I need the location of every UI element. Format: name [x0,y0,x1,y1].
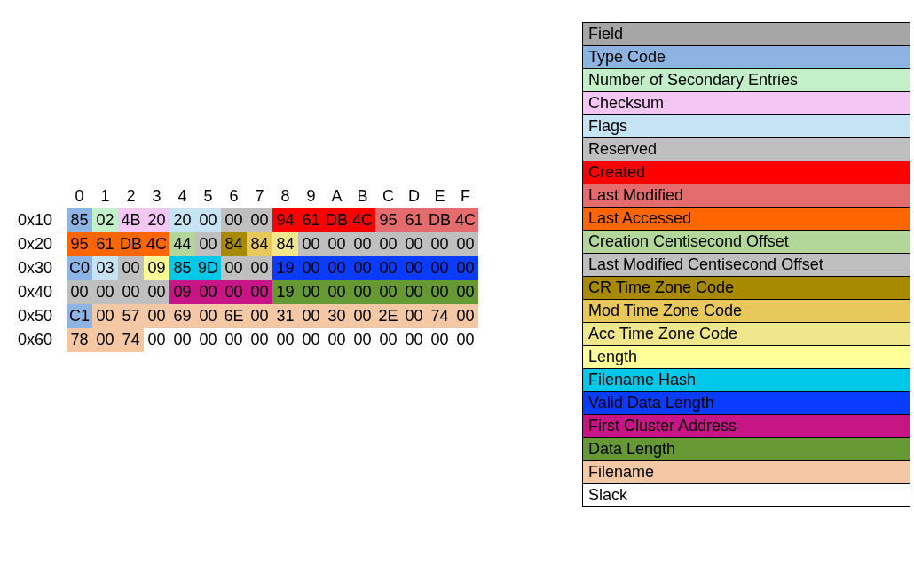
hex-row: 0x4000000000090000001900000000000000 [18,280,478,304]
hex-cell: 2E [375,304,401,328]
legend-row: Length [583,346,910,369]
hex-cell: 00 [375,232,401,256]
hex-col-header: 1 [92,184,118,208]
legend-row: Number of Secondary Entries [583,69,910,92]
hex-cell: 09 [169,280,195,304]
hex-cell: 00 [221,208,247,232]
hex-table: 0123456789ABCDEF0x1085024B20200000009461… [18,184,478,352]
hex-cell: 00 [453,304,478,328]
hex-cell: 00 [401,232,427,256]
hex-cell: 00 [401,304,427,328]
hex-col-header: C [375,184,401,208]
hex-row: 0x6078007400000000000000000000000000 [18,328,478,352]
hex-col-header: B [350,184,375,208]
hex-cell: 9D [195,256,221,280]
hex-cell: 00 [401,328,427,352]
hex-cell: C1 [67,304,92,328]
legend-label: Last Accessed [583,208,910,231]
legend-label: Slack [583,484,910,507]
hex-cell: 61 [92,232,118,256]
hex-cell: 61 [298,208,324,232]
legend-label: Filename Hash [583,369,910,392]
hex-cell: 00 [298,256,324,280]
hex-cell: 00 [453,280,478,304]
hex-cell: 84 [221,232,247,256]
hex-cell: 00 [144,328,169,352]
legend-label: Length [583,346,910,369]
legend-row: Data Length [583,438,910,461]
legend-label: Flags [583,115,910,138]
hex-cell: 00 [324,232,350,256]
hex-cell: 00 [427,328,453,352]
hex-cell: 00 [221,328,247,352]
hex-cell: 00 [401,280,427,304]
hex-cell: 00 [375,328,401,352]
hex-cell: 84 [247,232,272,256]
hex-cell: DB [427,208,453,232]
legend-label: Number of Secondary Entries [583,69,910,92]
hex-cell: 00 [272,328,298,352]
hex-col-header: 7 [247,184,272,208]
hex-col-header: 3 [144,184,169,208]
legend-row: Slack [583,484,910,507]
hex-cell: 30 [324,304,350,328]
legend-label: First Cluster Address [583,415,910,438]
legend-row: Last Accessed [583,208,910,231]
legend-label: Filename [583,461,910,484]
legend-label: Last Modified Centisecond Offset [583,254,910,277]
hex-col-header: 2 [118,184,144,208]
hex-cell: 00 [375,256,401,280]
hex-cell: 09 [144,256,169,280]
hex-cell: 00 [350,280,375,304]
hex-cell: 84 [272,232,298,256]
hex-row: 0x30C0030009859D00001900000000000000 [18,256,478,280]
hex-col-header: F [453,184,478,208]
hex-col-header: 8 [272,184,298,208]
hex-cell: 00 [375,280,401,304]
hex-cell: 00 [427,280,453,304]
hex-cell: 03 [92,256,118,280]
hex-col-header: E [427,184,453,208]
hex-cell: 85 [169,256,195,280]
hex-cell: 44 [169,232,195,256]
hex-cell: 57 [118,304,144,328]
hex-cell: 20 [144,208,169,232]
hex-row-label: 0x50 [18,304,67,328]
hex-cell: 00 [453,256,478,280]
hex-cell: 00 [247,256,272,280]
legend-label: Data Length [583,438,910,461]
legend-row: Created [583,161,910,184]
legend-row: Checksum [583,92,910,115]
hex-cell: 00 [350,232,375,256]
hex-cell: 00 [195,280,221,304]
hex-cell: 00 [324,328,350,352]
hex-cell: 00 [298,328,324,352]
hex-col-header-row: 0123456789ABCDEF [18,184,478,208]
legend-row: Last Modified Centisecond Offset [583,254,910,277]
hex-cell: 02 [92,208,118,232]
legend-row: Valid Data Length [583,392,910,415]
hex-row-label: 0x20 [18,232,67,256]
hex-cell: 00 [221,280,247,304]
hex-cell: 00 [118,280,144,304]
legend-row: First Cluster Address [583,415,910,438]
legend-row: Creation Centisecond Offset [583,231,910,254]
hex-cell: 69 [169,304,195,328]
hex-cell: DB [324,208,350,232]
legend-row: Last Modified [583,184,910,208]
legend-row: Filename [583,461,910,484]
hex-cell: 78 [67,328,92,352]
legend-label: Field [583,23,910,46]
hex-cell: 61 [401,208,427,232]
legend-row: CR Time Zone Code [583,277,910,300]
hex-cell: 95 [375,208,401,232]
hex-cell: DB [118,232,144,256]
hex-row: 0x209561DB4C440084848400000000000000 [18,232,478,256]
hex-cell: 00 [427,232,453,256]
hex-cell: 00 [298,280,324,304]
hex-cell: 31 [272,304,298,328]
hex-cell: 00 [195,328,221,352]
legend-row: Field [583,23,910,46]
hex-cell: 00 [169,328,195,352]
hex-cell: 00 [195,208,221,232]
